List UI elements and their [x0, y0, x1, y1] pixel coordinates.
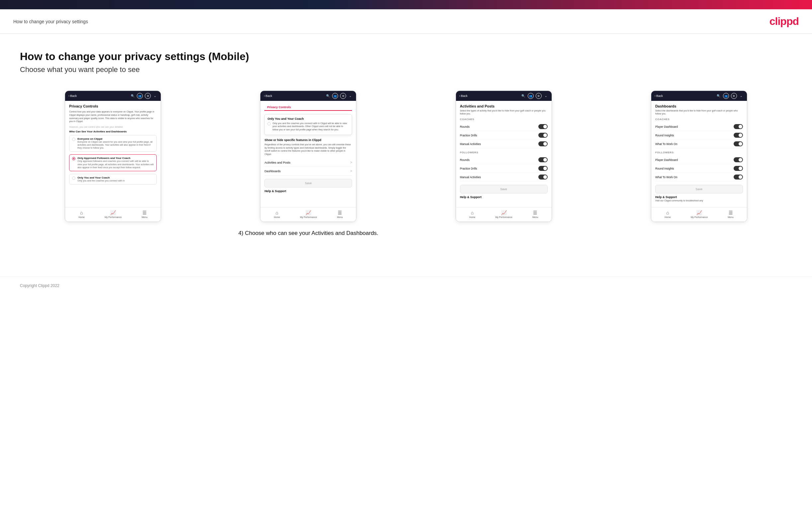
option1-title: Everyone on Clippd	[78, 137, 154, 140]
settings-icon[interactable]: ⚙	[145, 93, 151, 99]
option1-desc: Everyone on Clippd can search for you an…	[78, 140, 154, 149]
radio-dot-2	[72, 157, 75, 160]
radio-dot-3	[72, 176, 75, 180]
toggle-coaches-round-insights[interactable]	[733, 133, 743, 138]
help-support-4: Help & Support Visit our Clippd communit…	[655, 193, 743, 202]
screen1-option3[interactable]: Only You and Your Coach Only you and the…	[69, 174, 157, 184]
screen1-option2[interactable]: Only Approved Followers and Your Coach O…	[69, 154, 157, 171]
toggle-coaches-rounds[interactable]	[538, 124, 548, 129]
screen1-group: ‹ Back 🔍 👥 ⚙ ⌄ Privacy Controls Control …	[20, 91, 206, 222]
menu-icon: ☰	[143, 210, 147, 215]
toggle-coaches-what-to-work[interactable]	[733, 142, 743, 146]
screen1-back-button[interactable]: ‹ Back	[68, 94, 77, 98]
screen1-footer: ⌂ Home 📈 My Performance ☰ Menu	[65, 207, 161, 222]
chevron-down-icon-2[interactable]: ⌄	[348, 94, 353, 98]
footer-performance-3[interactable]: 📈 My Performance	[496, 210, 512, 218]
screen3-footer: ⌂ Home 📈 My Performance ☰ Menu	[456, 207, 552, 222]
footer-menu-4[interactable]: ☰ Menu	[728, 210, 733, 218]
people-icon-4[interactable]: 👥	[723, 93, 729, 99]
search-icon-4[interactable]: 🔍	[716, 94, 721, 98]
settings-icon-3[interactable]: ⚙	[536, 93, 542, 99]
screen4-back-button[interactable]: ‹ Back	[655, 94, 663, 98]
settings-icon-4[interactable]: ⚙	[731, 93, 737, 99]
search-icon-2[interactable]: 🔍	[325, 94, 330, 98]
chevron-down-icon[interactable]: ⌄	[153, 94, 157, 98]
screen2-tab-privacy[interactable]: Privacy Controls	[264, 104, 294, 111]
copyright-text: Copyright Clippd 2022	[20, 283, 59, 288]
screen3-followers-rows: Rounds Practice Drills Manual Activities	[460, 156, 548, 181]
footer-performance-1[interactable]: 📈 My Performance	[105, 210, 121, 218]
toggle-coaches-drills[interactable]	[538, 133, 548, 138]
option3-title: Only You and Your Coach	[78, 176, 124, 179]
toggle-row-followers-drills: Practice Drills	[460, 164, 548, 173]
option2-title: Only Approved Followers and Your Coach	[78, 157, 154, 160]
screen4-body: Dashboards Select the dashboards that yo…	[651, 101, 747, 207]
toggle-row-coaches-what-to-work: What To Work On	[655, 140, 743, 148]
chart-icon-2: 📈	[306, 210, 311, 215]
screen4-footer: ⌂ Home 📈 My Performance ☰ Menu	[651, 207, 747, 222]
chevron-down-icon-4[interactable]: ⌄	[739, 94, 744, 98]
footer-performance-4[interactable]: 📈 My Performance	[691, 210, 708, 218]
people-icon-3[interactable]: 👥	[528, 93, 534, 99]
toggle-coaches-manual[interactable]	[538, 142, 548, 146]
footer-home-4[interactable]: ⌂ Home	[665, 210, 671, 218]
menu-activities[interactable]: Activities and Posts >	[264, 158, 352, 167]
logo: clippd	[769, 15, 799, 27]
toggle-followers-drills[interactable]	[538, 166, 548, 171]
footer-menu-1[interactable]: ☰ Menu	[142, 210, 148, 218]
screen2-group: ‹ Back 🔍 👥 ⚙ ⌄ Privacy Controls	[215, 91, 401, 237]
people-icon-2[interactable]: 👥	[332, 93, 338, 99]
footer-performance-2[interactable]: 📈 My Performance	[300, 210, 317, 218]
screen2-back-button[interactable]: ‹ Back	[264, 94, 272, 98]
screen2-nav: ‹ Back 🔍 👥 ⚙ ⌄	[260, 91, 356, 101]
toggle-followers-player-dash[interactable]	[733, 157, 743, 162]
screen3-title: Activities and Posts	[460, 104, 548, 108]
page-title: How to change your privacy settings (Mob…	[20, 50, 792, 63]
header-title: How to change your privacy settings	[13, 19, 88, 24]
page-subtitle: Choose what you want people to see	[20, 65, 792, 74]
toggle-followers-round-insights[interactable]	[733, 166, 743, 171]
footer-home-1[interactable]: ⌂ Home	[79, 210, 85, 218]
screen3-nav: ‹ Back 🔍 👥 ⚙ ⌄	[456, 91, 552, 101]
chevron-right-dashboards: >	[350, 169, 352, 173]
chart-icon: 📈	[110, 210, 116, 215]
chevron-down-icon-3[interactable]: ⌄	[544, 94, 548, 98]
screen1-gray-text: However, you can control who can see you…	[69, 126, 157, 128]
screen4-coaches-label: COACHES	[655, 118, 743, 121]
save-button-2[interactable]: Save	[264, 179, 352, 187]
save-button-3[interactable]: Save	[460, 185, 548, 193]
menu-icon-4: ☰	[729, 210, 733, 215]
screen3-desc: Select the types of activity that you'd …	[460, 109, 548, 115]
footer-home-2[interactable]: ⌂ Home	[274, 210, 280, 218]
screen4-desc: Select the dashboards that you'd like to…	[655, 109, 743, 115]
toggle-row-followers-rounds: Rounds	[460, 156, 548, 164]
screen4-mockup: ‹ Back 🔍 👥 ⚙ ⌄ Dashboards Select the das…	[651, 91, 747, 222]
toggle-coaches-player-dash[interactable]	[733, 124, 743, 129]
save-button-4[interactable]: Save	[655, 185, 743, 193]
footer-home-3[interactable]: ⌂ Home	[469, 210, 475, 218]
screen1-mockup: ‹ Back 🔍 👥 ⚙ ⌄ Privacy Controls Control …	[65, 91, 161, 222]
screen1-option1[interactable]: Everyone on Clippd Everyone on Clippd ca…	[69, 135, 157, 152]
screen4-group: ‹ Back 🔍 👥 ⚙ ⌄ Dashboards Select the das…	[606, 91, 792, 222]
toggle-row-followers-round-insights: Round Insights	[655, 164, 743, 173]
toggle-row-coaches-player-dash: Player Dashboard	[655, 122, 743, 131]
footer-menu-3[interactable]: ☰ Menu	[532, 210, 538, 218]
home-icon: ⌂	[80, 210, 83, 215]
toggle-row-followers-player-dash: Player Dashboard	[655, 156, 743, 164]
toggle-row-coaches-rounds: Rounds	[460, 122, 548, 131]
footer-menu-2[interactable]: ☰ Menu	[337, 210, 343, 218]
home-icon-4: ⌂	[666, 210, 669, 215]
screen3-back-button[interactable]: ‹ Back	[459, 94, 468, 98]
toggle-followers-manual[interactable]	[538, 174, 548, 179]
menu-dashboards[interactable]: Dashboards >	[264, 167, 352, 175]
radio-dot-1	[72, 138, 75, 141]
search-icon-3[interactable]: 🔍	[521, 94, 526, 98]
search-icon[interactable]: 🔍	[130, 94, 135, 98]
settings-icon-2[interactable]: ⚙	[340, 93, 346, 99]
toggle-followers-what-to-work[interactable]	[733, 174, 743, 179]
toggle-followers-rounds[interactable]	[538, 157, 548, 162]
screen1-nav: ‹ Back 🔍 👥 ⚙ ⌄	[65, 91, 161, 101]
toggle-row-coaches-drills: Practice Drills	[460, 131, 548, 140]
people-icon[interactable]: 👥	[137, 93, 143, 99]
screen1-privacy-title: Privacy Controls	[69, 104, 157, 108]
